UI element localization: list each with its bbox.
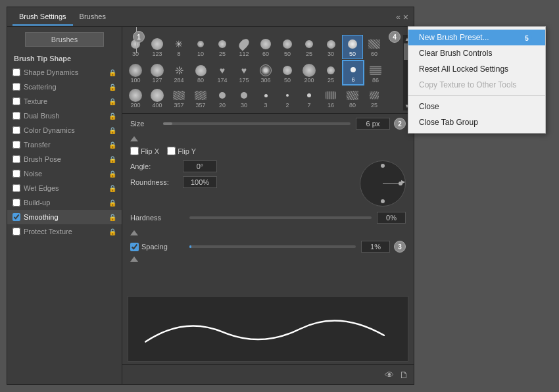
- preset-357b-texture4[interactable]: 357: [190, 86, 211, 110]
- triangle-expand-btn-3[interactable]: [130, 257, 138, 262]
- ctx-menu-item-reset-locked[interactable]: Reset All Locked Settings: [408, 61, 545, 77]
- preset-row-3: 200 400 357: [125, 86, 403, 110]
- triangle-expand-btn[interactable]: [130, 136, 138, 141]
- preset-200-soft[interactable]: 200: [299, 61, 320, 86]
- sidebar-item-build-up[interactable]: Build-up 🔒: [7, 195, 122, 210]
- ctx-menu-item-close-tab-group[interactable]: Close Tab Group: [408, 114, 545, 130]
- sidebar-item-scattering[interactable]: Scattering 🔒: [7, 80, 122, 94]
- preset-8-sparkle[interactable]: ✳ 8: [168, 35, 189, 59]
- roundness-value-box[interactable]: 100%: [183, 176, 217, 188]
- flip-y-checkbox[interactable]: [167, 147, 176, 155]
- noise-checkbox[interactable]: [12, 170, 20, 178]
- texture-checkbox[interactable]: [12, 97, 20, 105]
- lock-icon-transfer: 🔒: [109, 141, 116, 149]
- flip-y-label[interactable]: Flip Y: [167, 147, 196, 155]
- preset-175-heart2[interactable]: ♥ 175: [233, 61, 255, 86]
- brush-pose-checkbox[interactable]: [12, 155, 20, 163]
- preset-80-soft[interactable]: 80: [190, 61, 211, 86]
- collapse-icon[interactable]: «: [396, 12, 401, 22]
- color-dynamics-checkbox[interactable]: [12, 126, 20, 134]
- dual-brush-checkbox[interactable]: [12, 112, 20, 120]
- preset-30b-soft[interactable]: 30: [320, 35, 341, 59]
- tab-brush-settings[interactable]: Brush Settings: [12, 9, 73, 26]
- preset-50-soft[interactable]: 50: [277, 35, 298, 59]
- preset-123-soft[interactable]: 123: [147, 35, 168, 59]
- scattering-checkbox[interactable]: [12, 83, 20, 91]
- sidebar-item-color-dynamics[interactable]: Color Dynamics 🔒: [7, 123, 122, 137]
- preset-row-1: 30 123 ✳ 8 1: [125, 35, 403, 59]
- preset-num: 175: [239, 78, 249, 84]
- preset-100-soft[interactable]: 100: [125, 61, 146, 86]
- preset-16-texture5[interactable]: 16: [320, 86, 341, 110]
- preset-127-soft[interactable]: 127: [147, 61, 168, 86]
- flip-x-checkbox[interactable]: [130, 147, 139, 155]
- shape-dynamics-checkbox[interactable]: [12, 68, 20, 76]
- spacing-label-container[interactable]: Spacing: [130, 243, 189, 251]
- preset-10-soft[interactable]: 10: [190, 35, 211, 59]
- preset-6-selected2[interactable]: 6: [342, 60, 364, 86]
- wet-edges-checkbox[interactable]: [12, 184, 20, 192]
- sidebar-item-protect-texture[interactable]: Protect Texture 🔒: [7, 224, 122, 239]
- spacing-value-box[interactable]: 1%: [361, 241, 390, 253]
- brush-stroke-svg: [128, 297, 408, 361]
- preset-30-small2[interactable]: 30: [233, 86, 255, 110]
- preset-306-blur[interactable]: 306: [255, 61, 276, 86]
- preset-25-texture7[interactable]: 25: [364, 86, 385, 110]
- ctx-menu-item-new-brush-preset[interactable]: New Brush Preset... 5: [408, 30, 545, 45]
- preset-7-small3[interactable]: 7: [299, 86, 320, 110]
- preset-400-soft[interactable]: 400: [147, 86, 168, 110]
- hardness-slider-track[interactable]: [189, 216, 372, 219]
- preset-284-splash[interactable]: ❊ 284: [168, 61, 189, 86]
- preset-357-texture3[interactable]: 357: [168, 86, 189, 110]
- preset-50-selected[interactable]: 50: [342, 35, 363, 59]
- transfer-checkbox[interactable]: [12, 141, 20, 149]
- preset-3-dot[interactable]: 3: [255, 86, 276, 110]
- preset-86-texture2[interactable]: 86: [365, 61, 386, 86]
- sidebar-item-dual-brush[interactable]: Dual Brush 🔒: [7, 109, 122, 123]
- smoothing-checkbox[interactable]: [12, 213, 20, 221]
- preset-25c-soft[interactable]: 25: [320, 61, 341, 86]
- close-icon[interactable]: ×: [403, 12, 408, 22]
- ctx-menu-item-copy-texture[interactable]: Copy Texture to Other Tools: [408, 77, 545, 93]
- ctx-menu-item-clear-brush[interactable]: Clear Brush Controls: [408, 45, 545, 61]
- brushes-button[interactable]: Brushes: [25, 32, 104, 47]
- angle-wheel[interactable]: ▶: [360, 160, 406, 207]
- preset-25b-soft[interactable]: 25: [299, 35, 320, 59]
- preset-50c-soft[interactable]: 50: [277, 61, 298, 86]
- eye-icon[interactable]: 👁: [385, 370, 394, 380]
- size-slider-track[interactable]: [163, 122, 351, 125]
- sidebar-item-wet-edges[interactable]: Wet Edges 🔒: [7, 181, 122, 195]
- sidebar-item-shape-dynamics[interactable]: Shape Dynamics 🔒: [7, 65, 122, 80]
- preset-60-soft[interactable]: 60: [255, 35, 276, 59]
- sidebar-item-smoothing[interactable]: Smoothing 🔒: [7, 210, 122, 224]
- preset-112-leaf[interactable]: 112: [233, 35, 255, 59]
- triangle-expand-btn-2[interactable]: [130, 230, 138, 235]
- build-up-checkbox[interactable]: [12, 199, 20, 207]
- tab-brushes[interactable]: Brushes: [73, 9, 112, 26]
- protect-texture-checkbox[interactable]: [12, 228, 20, 235]
- preset-num: 7: [307, 103, 310, 109]
- size-value-box[interactable]: 6 px: [356, 118, 390, 130]
- preset-80-texture6[interactable]: 80: [342, 86, 363, 110]
- color-dynamics-label: Color Dynamics: [24, 126, 109, 134]
- preset-60-texture[interactable]: 60: [364, 35, 385, 59]
- ctx-menu-item-close[interactable]: Close: [408, 99, 545, 114]
- preset-20-small[interactable]: 20: [212, 86, 233, 110]
- presets-scroll-wrapper: 30 123 ✳ 8 1: [125, 35, 411, 110]
- preset-200b-soft[interactable]: 200: [125, 86, 146, 110]
- hardness-value-box[interactable]: 0%: [377, 212, 406, 224]
- preset-2-dot2[interactable]: 2: [277, 86, 298, 110]
- flip-x-label[interactable]: Flip X: [130, 147, 159, 155]
- sidebar-item-transfer[interactable]: Transfer 🔒: [7, 137, 122, 152]
- spacing-slider-track[interactable]: [189, 245, 356, 248]
- spacing-checkbox[interactable]: [130, 243, 139, 251]
- sidebar-item-brush-pose[interactable]: Brush Pose 🔒: [7, 152, 122, 166]
- preset-icon: [148, 88, 166, 103]
- preset-25-soft[interactable]: 25: [212, 35, 233, 59]
- angle-value-box[interactable]: 0°: [183, 160, 217, 172]
- sidebar-item-noise[interactable]: Noise 🔒: [7, 166, 122, 181]
- create-layer-icon[interactable]: 🗋: [399, 370, 408, 380]
- sidebar-item-texture[interactable]: Texture 🔒: [7, 94, 122, 109]
- preset-174-heart[interactable]: ♥ 174: [212, 61, 233, 86]
- preset-icon: [191, 63, 210, 78]
